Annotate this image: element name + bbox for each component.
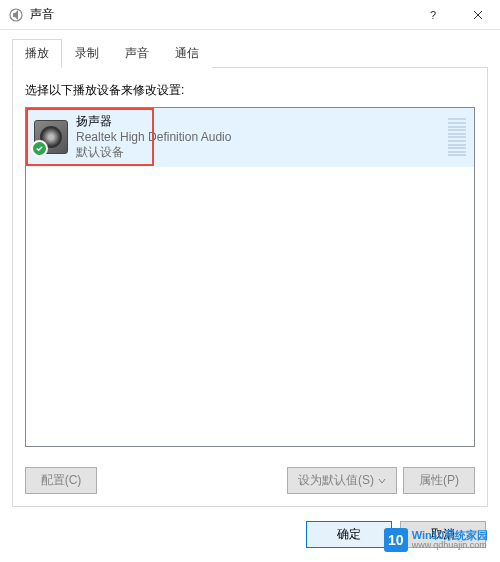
help-button[interactable]: ? xyxy=(410,0,455,30)
panel-buttons: 配置(C) 设为默认值(S) 属性(P) xyxy=(25,467,475,494)
level-meter xyxy=(448,118,466,156)
cancel-button[interactable]: 取消 xyxy=(400,521,486,548)
device-text: 扬声器 Realtek High Definition Audio 默认设备 xyxy=(76,114,442,161)
dialog-buttons: 确定 取消 xyxy=(306,521,486,548)
configure-button[interactable]: 配置(C) xyxy=(25,467,97,494)
tab-strip: 播放 录制 声音 通信 xyxy=(12,39,488,67)
tab-communications[interactable]: 通信 xyxy=(162,39,212,68)
instruction-text: 选择以下播放设备来修改设置: xyxy=(25,82,475,99)
device-list[interactable]: 扬声器 Realtek High Definition Audio 默认设备 xyxy=(25,107,475,447)
device-driver: Realtek High Definition Audio xyxy=(76,130,442,146)
titlebar: 声音 ? xyxy=(0,0,500,30)
sound-icon xyxy=(8,7,24,23)
device-icon-wrap xyxy=(34,120,68,154)
ok-button[interactable]: 确定 xyxy=(306,521,392,548)
window-title: 声音 xyxy=(30,6,54,23)
device-status: 默认设备 xyxy=(76,145,442,161)
set-default-button[interactable]: 设为默认值(S) xyxy=(287,467,397,494)
svg-text:?: ? xyxy=(429,10,435,20)
set-default-label: 设为默认值(S) xyxy=(298,472,374,489)
device-item-speakers[interactable]: 扬声器 Realtek High Definition Audio 默认设备 xyxy=(26,108,474,167)
chevron-down-icon xyxy=(378,477,386,485)
properties-button[interactable]: 属性(P) xyxy=(403,467,475,494)
device-name: 扬声器 xyxy=(76,114,442,130)
tab-recording[interactable]: 录制 xyxy=(62,39,112,68)
default-check-icon xyxy=(31,140,48,157)
close-button[interactable] xyxy=(455,0,500,30)
tab-panel-playback: 选择以下播放设备来修改设置: 扬声器 Realtek High Definiti… xyxy=(12,67,488,507)
content-area: 播放 录制 声音 通信 选择以下播放设备来修改设置: 扬声器 Realtek xyxy=(0,30,500,519)
tab-playback[interactable]: 播放 xyxy=(12,39,62,68)
tab-sounds[interactable]: 声音 xyxy=(112,39,162,68)
